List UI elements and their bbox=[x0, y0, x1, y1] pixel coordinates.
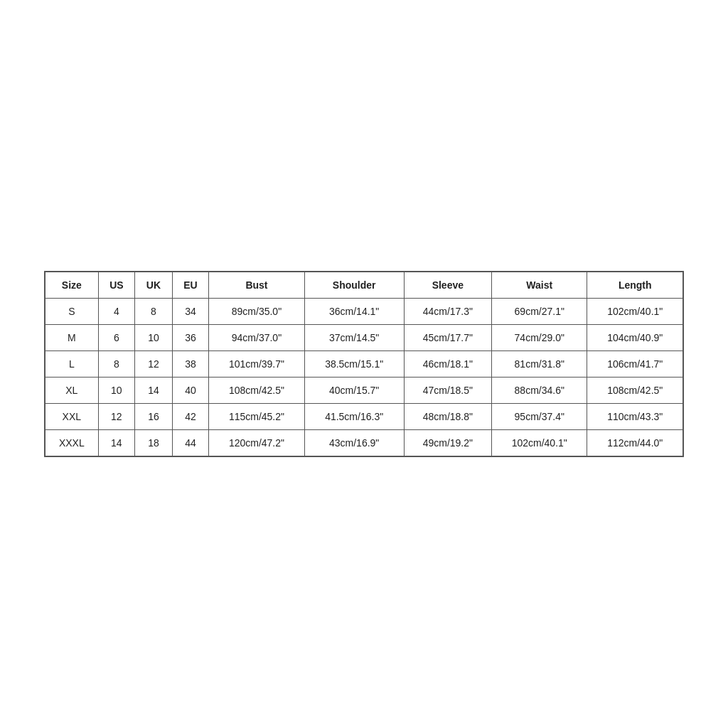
table-header-row: Size US UK EU Bust Shoulder Sleeve Waist… bbox=[46, 272, 683, 299]
cell-shoulder: 36cm/14.1" bbox=[304, 299, 404, 325]
cell-uk: 10 bbox=[135, 325, 173, 351]
cell-uk: 16 bbox=[135, 404, 173, 430]
cell-bust: 115cm/45.2" bbox=[209, 404, 304, 430]
cell-eu: 40 bbox=[172, 378, 209, 404]
cell-bust: 101cm/39.7" bbox=[209, 351, 304, 378]
table-row: XXL121642115cm/45.2"41.5cm/16.3"48cm/18.… bbox=[46, 404, 683, 430]
cell-length: 112cm/44.0" bbox=[587, 430, 683, 456]
cell-eu: 44 bbox=[172, 430, 209, 456]
cell-us: 14 bbox=[98, 430, 135, 456]
header-uk: UK bbox=[135, 272, 173, 299]
cell-sleeve: 44cm/17.3" bbox=[404, 299, 491, 325]
cell-us: 6 bbox=[98, 325, 135, 351]
cell-uk: 8 bbox=[135, 299, 173, 325]
cell-us: 12 bbox=[98, 404, 135, 430]
header-shoulder: Shoulder bbox=[304, 272, 404, 299]
cell-sleeve: 48cm/18.8" bbox=[404, 404, 491, 430]
table-row: L81238101cm/39.7"38.5cm/15.1"46cm/18.1"8… bbox=[46, 351, 683, 378]
cell-eu: 36 bbox=[172, 325, 209, 351]
cell-length: 108cm/42.5" bbox=[587, 378, 683, 404]
cell-eu: 34 bbox=[172, 299, 209, 325]
cell-waist: 95cm/37.4" bbox=[492, 404, 587, 430]
cell-size: M bbox=[46, 325, 99, 351]
cell-uk: 18 bbox=[135, 430, 173, 456]
cell-sleeve: 47cm/18.5" bbox=[404, 378, 491, 404]
cell-shoulder: 38.5cm/15.1" bbox=[304, 351, 404, 378]
cell-shoulder: 43cm/16.9" bbox=[304, 430, 404, 456]
cell-size: XXXL bbox=[46, 430, 99, 456]
header-length: Length bbox=[587, 272, 683, 299]
cell-bust: 89cm/35.0" bbox=[209, 299, 304, 325]
cell-waist: 81cm/31.8" bbox=[492, 351, 587, 378]
cell-bust: 94cm/37.0" bbox=[209, 325, 304, 351]
cell-shoulder: 40cm/15.7" bbox=[304, 378, 404, 404]
cell-uk: 12 bbox=[135, 351, 173, 378]
header-sleeve: Sleeve bbox=[404, 272, 491, 299]
header-us: US bbox=[98, 272, 135, 299]
cell-length: 104cm/40.9" bbox=[587, 325, 683, 351]
header-waist: Waist bbox=[492, 272, 587, 299]
cell-size: L bbox=[46, 351, 99, 378]
cell-waist: 69cm/27.1" bbox=[492, 299, 587, 325]
cell-waist: 88cm/34.6" bbox=[492, 378, 587, 404]
cell-eu: 38 bbox=[172, 351, 209, 378]
cell-size: XL bbox=[46, 378, 99, 404]
cell-size: S bbox=[46, 299, 99, 325]
cell-eu: 42 bbox=[172, 404, 209, 430]
header-eu: EU bbox=[172, 272, 209, 299]
cell-us: 4 bbox=[98, 299, 135, 325]
cell-bust: 120cm/47.2" bbox=[209, 430, 304, 456]
cell-shoulder: 41.5cm/16.3" bbox=[304, 404, 404, 430]
header-size: Size bbox=[46, 272, 99, 299]
cell-bust: 108cm/42.5" bbox=[209, 378, 304, 404]
cell-length: 102cm/40.1" bbox=[587, 299, 683, 325]
cell-waist: 74cm/29.0" bbox=[492, 325, 587, 351]
cell-size: XXL bbox=[46, 404, 99, 430]
table-row: M6103694cm/37.0"37cm/14.5"45cm/17.7"74cm… bbox=[46, 325, 683, 351]
cell-shoulder: 37cm/14.5" bbox=[304, 325, 404, 351]
cell-uk: 14 bbox=[135, 378, 173, 404]
cell-waist: 102cm/40.1" bbox=[492, 430, 587, 456]
cell-sleeve: 46cm/18.1" bbox=[404, 351, 491, 378]
table-row: XXXL141844120cm/47.2"43cm/16.9"49cm/19.2… bbox=[46, 430, 683, 456]
size-chart-table: Size US UK EU Bust Shoulder Sleeve Waist… bbox=[45, 272, 683, 456]
cell-sleeve: 49cm/19.2" bbox=[404, 430, 491, 456]
size-chart-container: Size US UK EU Bust Shoulder Sleeve Waist… bbox=[44, 271, 684, 457]
cell-length: 106cm/41.7" bbox=[587, 351, 683, 378]
cell-length: 110cm/43.3" bbox=[587, 404, 683, 430]
cell-us: 8 bbox=[98, 351, 135, 378]
cell-sleeve: 45cm/17.7" bbox=[404, 325, 491, 351]
cell-us: 10 bbox=[98, 378, 135, 404]
table-row: S483489cm/35.0"36cm/14.1"44cm/17.3"69cm/… bbox=[46, 299, 683, 325]
table-row: XL101440108cm/42.5"40cm/15.7"47cm/18.5"8… bbox=[46, 378, 683, 404]
header-bust: Bust bbox=[209, 272, 304, 299]
